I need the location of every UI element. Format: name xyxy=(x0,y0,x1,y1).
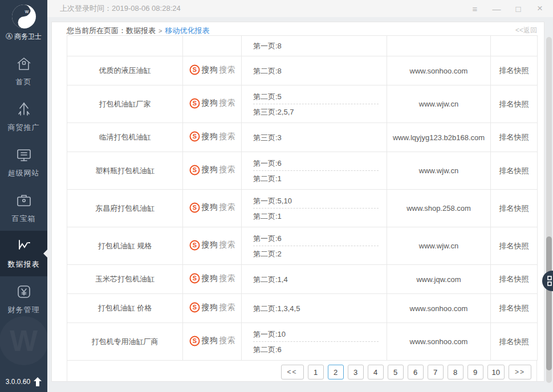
pagination-prev-button[interactable]: << xyxy=(281,365,304,379)
rankings-cell: 第一页:6第二页:1 xyxy=(242,152,387,190)
keyword-cell: 玉米芯打包机油缸 xyxy=(67,265,183,294)
search-engine-cell: S搜狗搜索 xyxy=(183,323,242,361)
update-arrow-icon[interactable] xyxy=(34,377,42,386)
reports-icon xyxy=(15,238,32,255)
url-cell: www.sonhoo.com xyxy=(387,294,491,323)
url-cell: www.wjw.cn xyxy=(387,227,491,265)
svg-text:S: S xyxy=(192,337,196,344)
pagination-page-7[interactable]: 7 xyxy=(428,365,444,379)
sidebar-item-label: 首页 xyxy=(16,77,32,87)
pagination-page-4[interactable]: 4 xyxy=(368,365,384,379)
snapshot-link[interactable]: 排名快照 xyxy=(499,133,529,141)
rank-line: 第一页:5,10 xyxy=(253,194,379,209)
sogou-engine: S搜狗搜索 xyxy=(189,98,235,109)
sogou-engine: S搜狗搜索 xyxy=(189,302,235,313)
snapshot-link[interactable]: 排名快照 xyxy=(499,166,529,175)
main-area: 上次登录时间：2019-08-06 08:28:24 ≡ — □ × 您当前所在… xyxy=(47,0,553,392)
search-engine-cell: S搜狗搜索 xyxy=(183,152,242,190)
app-window: w Ⓐ 商务卫士 首页商贸推广超级网站百宝箱数据报表财务管理 W 3.0.0.6… xyxy=(0,0,553,392)
keyword-cell: 东昌府打包机油缸 xyxy=(67,190,183,227)
snapshot-link[interactable]: 排名快照 xyxy=(499,337,529,346)
sidebar: w Ⓐ 商务卫士 首页商贸推广超级网站百宝箱数据报表财务管理 W 3.0.0.6… xyxy=(0,0,47,392)
snapshot-cell: 排名快照 xyxy=(491,227,538,265)
pagination-page-1[interactable]: 1 xyxy=(308,365,324,379)
pagination-page-6[interactable]: 6 xyxy=(408,365,424,379)
sidebar-item-label: 商贸推广 xyxy=(8,122,40,133)
snapshot-cell: 排名快照 xyxy=(491,152,538,190)
pagination-page-9[interactable]: 9 xyxy=(467,365,483,379)
engine-name: 搜狗 xyxy=(202,336,218,346)
table-row: 塑料瓶打包机油缸S搜狗搜索第一页:6第二页:1www.wjw.cn排名快照 xyxy=(67,152,538,190)
sidebar-item-promotion[interactable]: 商贸推广 xyxy=(0,94,47,140)
table-row: 优质的液压油缸S搜狗搜索第二页:8www.sonhoo.com排名快照 xyxy=(67,56,538,85)
breadcrumb-separator: > xyxy=(158,27,162,34)
svg-text:S: S xyxy=(192,166,196,173)
active-indicator-wedge xyxy=(43,250,47,258)
rank-line: 第三页:2,5,7 xyxy=(253,105,379,119)
report-card: 您当前所在页面：数据报表 > 移动优化报表 <<返回 S第一页:8优质的液压油缸… xyxy=(51,22,544,382)
table-row: S第一页:8 xyxy=(67,36,538,56)
snapshot-link[interactable]: 排名快照 xyxy=(499,304,529,312)
snapshot-link[interactable]: 排名快照 xyxy=(499,275,529,283)
table-row: 打包机油缸 价格S搜狗搜索第二页:1,3,4,5www.sonhoo.com排名… xyxy=(67,294,538,323)
sogou-icon: S xyxy=(189,202,200,213)
svg-text:S: S xyxy=(192,100,196,107)
rank-line: 第二页:1 xyxy=(253,172,379,186)
sidebar-item-finance[interactable]: 财务管理 xyxy=(0,276,47,322)
rankings-cell: 第二页:8 xyxy=(242,56,387,85)
pagination-next-button[interactable]: >> xyxy=(509,365,531,379)
snapshot-link[interactable]: 排名快照 xyxy=(499,204,529,213)
keyword-cell: 塑料瓶打包机油缸 xyxy=(67,152,183,190)
sogou-icon: S xyxy=(189,98,200,109)
breadcrumb: 您当前所在页面：数据报表 > 移动优化报表 <<返回 xyxy=(67,26,537,35)
snapshot-link[interactable]: 排名快照 xyxy=(499,66,529,75)
snapshot-link[interactable]: 排名快照 xyxy=(499,100,529,108)
breadcrumb-current-link[interactable]: 移动优化报表 xyxy=(165,26,209,36)
sidebar-nav: 首页商贸推广超级网站百宝箱数据报表财务管理 xyxy=(0,48,47,322)
rankings-cell: 第一页:10第二页:6 xyxy=(242,323,387,361)
rank-line: 第二页:5 xyxy=(253,89,379,104)
pagination-page-10[interactable]: 10 xyxy=(487,365,505,379)
rank-line: 第二页:6 xyxy=(253,342,379,357)
finance-icon xyxy=(15,283,32,300)
sogou-engine: S搜狗搜索 xyxy=(189,273,235,284)
sidebar-item-label: 财务管理 xyxy=(8,305,40,315)
maximize-icon[interactable]: □ xyxy=(507,1,529,17)
rankings-cell: 第一页:5,10第二页:1 xyxy=(242,190,387,227)
sidebar-item-home[interactable]: 首页 xyxy=(0,48,47,94)
pagination: <<12345678910>> xyxy=(67,361,537,382)
pagination-page-2[interactable]: 2 xyxy=(328,365,344,379)
titlebar: 上次登录时间：2019-08-06 08:28:24 ≡ — □ × xyxy=(47,0,553,17)
table-row: 打包机油缸 规格S搜狗搜索第一页:6第二页:2www.wjw.cn排名快照 xyxy=(67,227,538,265)
url-cell: www.shop.258.com xyxy=(387,190,491,227)
snapshot-cell: 排名快照 xyxy=(491,85,538,123)
snapshot-cell: 排名快照 xyxy=(491,294,538,323)
engine-name: 搜狗 xyxy=(202,132,218,142)
close-icon[interactable]: × xyxy=(529,1,551,17)
rank-line: 第一页:8 xyxy=(253,39,379,53)
sidebar-item-toolbox[interactable]: 百宝箱 xyxy=(0,185,47,231)
engine-name: 搜狗 xyxy=(202,273,218,284)
search-engine-cell: S搜狗搜索 xyxy=(183,265,242,294)
url-cell: www.lqyjyg123.b2b168.com xyxy=(387,123,491,152)
table-row: 东昌府打包机油缸S搜狗搜索第一页:5,10第二页:1www.shop.258.c… xyxy=(67,190,538,227)
scrollbar-thumb[interactable] xyxy=(546,236,552,370)
minimize-icon[interactable]: — xyxy=(486,1,507,17)
rankings-cell: 第三页:3 xyxy=(242,123,387,152)
engine-name: 搜狗 xyxy=(202,303,218,313)
menu-icon[interactable]: ≡ xyxy=(464,1,486,17)
pagination-page-8[interactable]: 8 xyxy=(448,365,463,379)
rank-line: 第一页:6 xyxy=(253,231,379,246)
sidebar-item-reports[interactable]: 数据报表 xyxy=(0,231,47,276)
back-link[interactable]: <<返回 xyxy=(515,26,537,35)
snapshot-link[interactable]: 排名快照 xyxy=(499,242,529,250)
pagination-page-3[interactable]: 3 xyxy=(348,365,364,379)
rank-line: 第二页:1,3,4,5 xyxy=(253,301,379,316)
brand-mark-icon: Ⓐ xyxy=(6,32,13,42)
sidebar-item-website[interactable]: 超级网站 xyxy=(0,140,47,185)
content-background: 您当前所在页面：数据报表 > 移动优化报表 <<返回 S第一页:8优质的液压油缸… xyxy=(47,17,553,392)
pagination-page-5[interactable]: 5 xyxy=(388,365,404,379)
snapshot-cell: 排名快照 xyxy=(491,323,538,361)
table-row: 玉米芯打包机油缸S搜狗搜索第二页:1,4www.jqw.com排名快照 xyxy=(67,265,538,294)
vertical-scrollbar[interactable] xyxy=(546,37,552,383)
